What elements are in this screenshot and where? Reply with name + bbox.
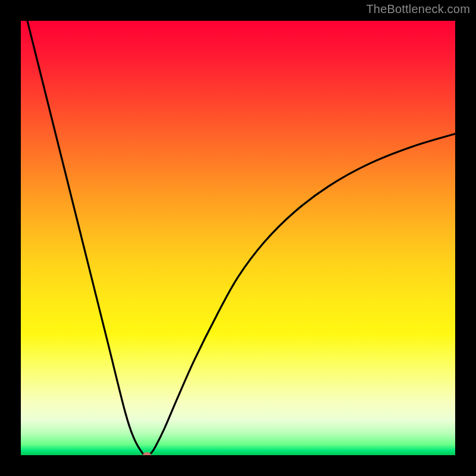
chart-frame: TheBottleneck.com — [0, 0, 476, 476]
bottleneck-curve — [21, 21, 455, 455]
watermark-text: TheBottleneck.com — [366, 2, 470, 16]
optimal-point-marker — [143, 452, 151, 455]
plot-area — [21, 21, 455, 455]
